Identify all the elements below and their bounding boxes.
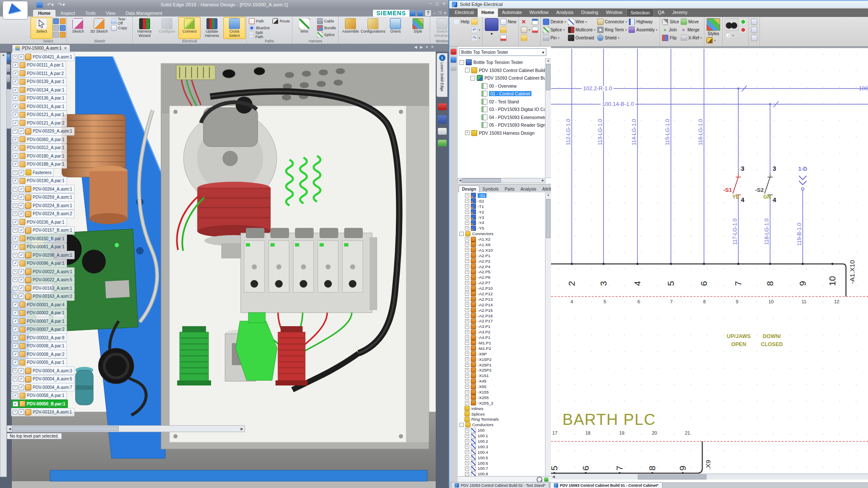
- checkbox[interactable]: ✓: [19, 227, 24, 233]
- device-tree-row[interactable]: +-Y5: [458, 225, 545, 231]
- project-tree-row[interactable]: +PDV 15093 Harness Design: [458, 129, 545, 137]
- ribbon-button-bigblue[interactable]: ▾: [485, 18, 498, 36]
- facebook-icon[interactable]: [438, 115, 447, 124]
- ribbon-button-slice[interactable]: Slice: [662, 18, 679, 25]
- ribbon-button-undo[interactable]: ↶▾: [471, 26, 481, 33]
- device-tree-row[interactable]: +-X55: [458, 384, 545, 389]
- ribbon-button-bundle[interactable]: Bundle: [316, 25, 337, 31]
- checkbox[interactable]: ✓: [13, 310, 18, 316]
- right-titlebar[interactable]: Solid Edge Electrical: [449, 0, 868, 8]
- checkbox[interactable]: ✓: [13, 327, 18, 332]
- ribbon-button-styles[interactable]: Styles: [707, 18, 720, 36]
- device-tree-row[interactable]: +-T1: [458, 204, 545, 209]
- pathfinder-row[interactable]: ✓PDV-00008_A.par:1: [11, 342, 67, 350]
- pathfinder-row[interactable]: ✓PDV-00131_A.par:1: [11, 102, 67, 111]
- expand-icon[interactable]: +: [465, 461, 469, 465]
- strip-project-icon[interactable]: [451, 49, 456, 55]
- checkbox[interactable]: ✓: [19, 409, 24, 415]
- ribbon-button-overbraid[interactable]: Overbraid: [568, 34, 595, 42]
- device-tree-row[interactable]: +-X155: [458, 389, 545, 395]
- checkbox[interactable]: ✓: [19, 54, 24, 60]
- expand-icon[interactable]: +: [465, 308, 469, 312]
- project-tree-hscrollbar[interactable]: ◀▶: [458, 178, 545, 183]
- device-tree-row[interactable]: +-X255_2: [458, 400, 545, 406]
- tab-view[interactable]: View: [101, 10, 121, 17]
- search-icon[interactable]: [537, 477, 542, 482]
- ribbon-button-binoculars[interactable]: [725, 18, 738, 31]
- ribbon-button-view[interactable]: [751, 26, 757, 33]
- tab-analysis[interactable]: Analysis: [552, 8, 577, 17]
- strip-panel-icon[interactable]: [451, 57, 456, 63]
- device-tree-row[interactable]: +-A2.P7: [458, 280, 545, 286]
- checkbox[interactable]: ✓: [19, 186, 24, 192]
- pathfinder-row[interactable]: ✓PDV-00096_A.par:1: [11, 259, 67, 268]
- tab-close2-icon[interactable]: ✕: [431, 45, 434, 49]
- device-tree-row[interactable]: -Conductors: [458, 422, 545, 427]
- expand-icon[interactable]: +: [465, 336, 469, 340]
- pathfinder-row[interactable]: +✓PDV-00022_A.asm:1: [11, 267, 75, 276]
- expand-icon[interactable]: +: [465, 330, 469, 334]
- ribbon-button-update-harness[interactable]: Update Harness: [201, 17, 223, 39]
- project-tree-row[interactable]: 05 - PDV15093 Reader Signals Conne: [458, 121, 545, 129]
- expand-icon[interactable]: +: [465, 221, 469, 225]
- device-tree-row[interactable]: +-A4.P1: [458, 335, 545, 340]
- ribbon-button-x-ref[interactable]: X-Ref▾: [681, 34, 702, 42]
- ribbon-button-orient[interactable]: Orient: [384, 17, 406, 39]
- checkbox[interactable]: ✓: [19, 277, 24, 283]
- pathfinder-row[interactable]: ✓PDV-00061_A.par:1: [11, 243, 67, 251]
- tab-automate[interactable]: Automate: [498, 8, 526, 17]
- device-tree-row[interactable]: +-M1.P1: [458, 340, 545, 346]
- device-tree-row[interactable]: +100.6: [458, 460, 545, 466]
- pathfinder-row[interactable]: ✓PDV-00121_A.par:1: [11, 111, 67, 119]
- pathfinder-row[interactable]: ✓PDV-00188_A.par:1: [11, 160, 67, 169]
- checkbox[interactable]: ✓: [13, 360, 18, 365]
- checkbox[interactable]: ✓: [13, 401, 18, 407]
- project-tree-row[interactable]: 04 - PDV15093 Extensometer PCB to: [458, 114, 545, 122]
- ribbon-button-move[interactable]: Move: [681, 18, 702, 25]
- checkbox[interactable]: ✓: [19, 170, 24, 175]
- expand-icon[interactable]: +: [465, 439, 469, 444]
- expand-icon[interactable]: +: [465, 297, 469, 301]
- expand-icon[interactable]: +: [465, 319, 469, 323]
- tab-drawing[interactable]: Drawing: [577, 8, 602, 17]
- checkbox[interactable]: ✓: [13, 79, 18, 84]
- checkbox[interactable]: ✓: [13, 161, 18, 167]
- mini-gray-icon[interactable]: [53, 32, 59, 38]
- device-tree-row[interactable]: +-A2.P6: [458, 274, 545, 280]
- expand-icon[interactable]: +: [465, 248, 469, 252]
- ribbon-button-new[interactable]: New: [500, 18, 516, 25]
- expand-icon[interactable]: +: [13, 286, 17, 291]
- device-tree-row[interactable]: +-X151: [458, 373, 545, 378]
- expand-icon[interactable]: +: [13, 410, 17, 414]
- checkbox[interactable]: ✓: [19, 203, 24, 208]
- pathfinder-row[interactable]: ✓PDV-00190_A.par:1: [11, 177, 67, 185]
- doc-restore-icon[interactable]: ❐: [438, 11, 441, 15]
- strip-pin-icon[interactable]: [451, 65, 456, 71]
- pathfinder-row[interactable]: +✓PDV-00004_A.asm:6: [11, 375, 75, 383]
- ribbon-button-wire[interactable]: Wire▾: [568, 18, 595, 25]
- expand-icon[interactable]: +: [13, 129, 17, 133]
- checkbox[interactable]: ✓: [19, 376, 24, 382]
- pathfinder-row[interactable]: +✓PDV-00004_A.asm:7: [11, 383, 75, 391]
- checkbox[interactable]: ✓: [13, 178, 18, 183]
- ribbon-button-select[interactable]: Select: [31, 17, 53, 39]
- maximize-icon[interactable]: ◻: [435, 1, 439, 6]
- device-tree-row[interactable]: +-A2.P15: [458, 308, 545, 313]
- expand-icon[interactable]: +: [465, 390, 469, 394]
- pathfinder-row[interactable]: +✓PDV-00163_A.asm:1: [11, 284, 75, 292]
- ribbon-button-3d-sketch[interactable]: 3D Sketch: [89, 17, 109, 39]
- device-tree-row[interactable]: +-A2.P2: [458, 258, 545, 264]
- expand-icon[interactable]: +: [13, 277, 17, 282]
- expand-icon[interactable]: +: [465, 368, 469, 372]
- expand-icon[interactable]: +: [465, 455, 469, 460]
- ribbon-button-connect[interactable]: Connect: [178, 17, 200, 39]
- ribbon-button-path[interactable]: Path: [248, 18, 271, 24]
- project-tree-row[interactable]: 01 - Control Cabinet: [458, 90, 545, 98]
- ribbon-button-route[interactable]: Route: [271, 18, 291, 24]
- device-tree-row[interactable]: +-A1.X9: [458, 242, 545, 247]
- ribbon-button-harness-wizard[interactable]: Harness Wizard: [134, 17, 156, 39]
- checkbox[interactable]: ✓: [19, 194, 24, 200]
- ribbon-button-multicore[interactable]: Multicore▾: [568, 26, 595, 33]
- pathfinder-row[interactable]: ✓PDV-00111_A.par:2: [11, 69, 66, 78]
- checkbox[interactable]: ✓: [13, 393, 18, 398]
